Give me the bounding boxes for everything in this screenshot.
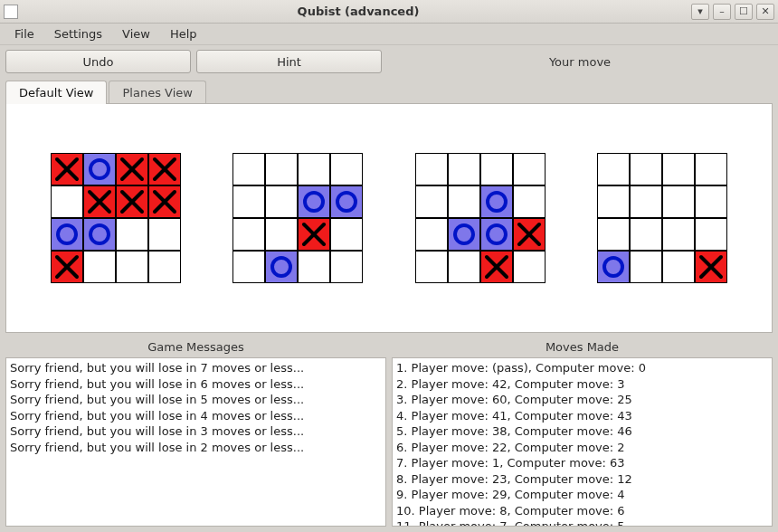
board-cell[interactable] [415,218,448,251]
board-cell[interactable] [232,153,265,185]
board-cell[interactable] [148,218,181,251]
move-line: 5. Player move: 38, Computer move: 46 [396,423,768,440]
svg-point-24 [488,225,506,243]
board-cell[interactable] [415,153,448,185]
move-line: 3. Player move: 60, Computer move: 25 [396,392,768,408]
board-cell[interactable] [695,251,727,283]
board-cell[interactable] [513,218,546,251]
svg-point-23 [455,225,473,243]
o-mark-icon [600,253,627,280]
board-cell[interactable] [330,251,363,283]
board-cell[interactable] [630,185,662,218]
board-cell[interactable] [415,185,448,218]
board-cell[interactable] [662,153,695,185]
board-cell[interactable] [51,153,83,185]
menu-file[interactable]: File [5,24,43,43]
board-cell[interactable] [662,251,695,283]
board-cell[interactable] [448,218,480,251]
hint-button[interactable]: Hint [196,50,382,73]
board-cell[interactable] [298,185,330,218]
board-cell[interactable] [695,218,727,251]
board-cell[interactable] [330,185,363,218]
board-cell[interactable] [148,185,181,218]
board-cell[interactable] [597,218,630,251]
message-line: Sorry friend, but you will lose in 7 mov… [10,360,382,376]
menu-view[interactable]: View [113,24,159,43]
x-mark-icon [151,156,178,183]
board-cell[interactable] [298,218,330,251]
tab-planes-view[interactable]: Planes View [109,81,205,104]
board-cell[interactable] [662,218,695,251]
menubar: File Settings View Help [0,24,778,45]
menu-settings[interactable]: Settings [45,24,111,43]
board-cell[interactable] [330,218,363,251]
moves-title: Moves Made [392,338,773,357]
board-cell[interactable] [116,251,148,283]
board-cell[interactable] [448,251,480,283]
minimize-button[interactable]: – [713,4,731,20]
x-mark-icon [119,156,146,183]
board-cell[interactable] [51,218,83,251]
board-cell[interactable] [630,218,662,251]
board-cell[interactable] [597,251,630,283]
board-cell[interactable] [265,218,298,251]
window-title: Qubist (advanced) [25,5,691,18]
tab-default-view[interactable]: Default View [5,81,107,104]
collapse-button[interactable]: ▾ [691,4,709,20]
messages-body[interactable]: Sorry friend, but you will lose in 7 mov… [5,357,386,527]
board-cell[interactable] [232,185,265,218]
board-cell[interactable] [116,153,148,185]
maximize-button[interactable]: ☐ [735,4,753,20]
svg-point-18 [337,193,356,211]
board-cell[interactable] [83,218,116,251]
moves-body[interactable]: 1. Player move: (pass), Computer move: 0… [392,357,773,527]
board-cell[interactable] [597,153,630,185]
game-board [232,153,363,283]
board-cell[interactable] [597,185,630,218]
o-mark-icon [86,156,113,183]
board-cell[interactable] [513,185,546,218]
board-cell[interactable] [415,251,448,283]
board-cell[interactable] [330,153,363,185]
messages-title: Game Messages [5,338,386,357]
undo-button[interactable]: Undo [5,50,191,73]
board-cell[interactable] [265,153,298,185]
board-cell[interactable] [148,153,181,185]
board-cell[interactable] [480,153,513,185]
menu-help[interactable]: Help [161,24,206,43]
board-cell[interactable] [83,153,116,185]
board-cell[interactable] [265,251,298,283]
board-cell[interactable] [513,153,546,185]
board-cell[interactable] [83,185,116,218]
board-cell[interactable] [695,153,727,185]
board-cell[interactable] [148,251,181,283]
board-cell[interactable] [630,153,662,185]
board-cell[interactable] [116,185,148,218]
board-cell[interactable] [298,251,330,283]
board-cell[interactable] [232,218,265,251]
board-cell[interactable] [695,185,727,218]
board-cell[interactable] [51,251,83,283]
board-cell[interactable] [448,153,480,185]
board-cell[interactable] [265,185,298,218]
board-cell[interactable] [513,251,546,283]
close-button[interactable]: ✕ [756,4,774,20]
board-cell[interactable] [51,185,83,218]
board-cell[interactable] [298,153,330,185]
board-cell[interactable] [232,251,265,283]
board-cell[interactable] [83,251,116,283]
board-cell[interactable] [480,251,513,283]
x-mark-icon [151,188,178,215]
o-mark-icon [300,188,327,215]
board-cell[interactable] [662,185,695,218]
board-cell[interactable] [480,185,513,218]
svg-point-17 [305,193,323,211]
board-cell[interactable] [630,251,662,283]
message-line: Sorry friend, but you will lose in 5 mov… [10,392,382,408]
board-cell[interactable] [448,185,480,218]
board-cell[interactable] [480,218,513,251]
move-line: 4. Player move: 41, Computer move: 43 [396,408,768,424]
o-mark-icon [483,188,510,215]
svg-point-13 [58,225,76,243]
board-cell[interactable] [116,218,148,251]
